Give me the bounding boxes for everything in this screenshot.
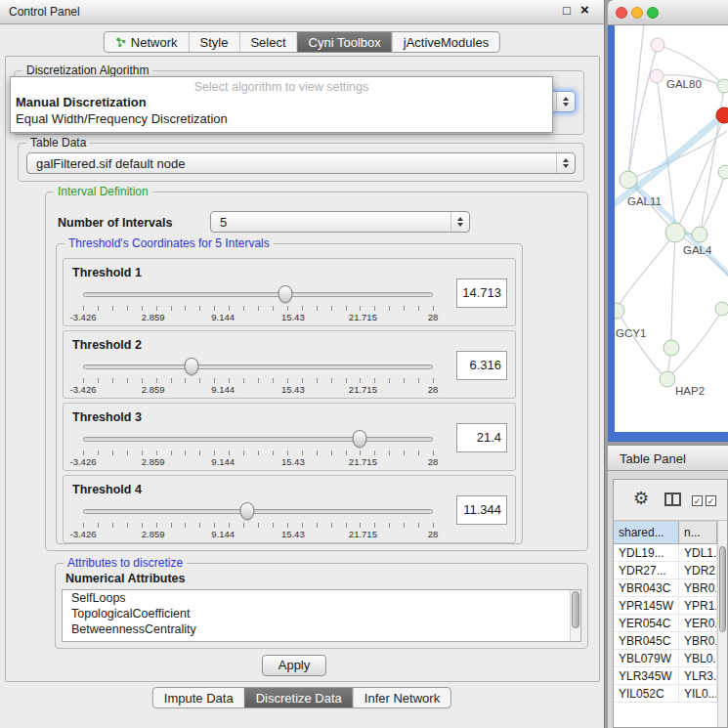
threshold-2-panel: Threshold 2 -3.426 2.859 9.144 15.43 21.… [63,330,516,399]
group-legend: Attributes to discretize [64,556,187,570]
tab-label: Discretize Data [256,691,342,706]
columns-icon[interactable] [664,492,681,506]
scale-label: 21.715 [349,384,377,395]
tab-network[interactable]: Network [105,32,189,52]
scale-label: 28 [428,529,439,539]
scale-label: 2.859 [142,456,165,467]
tab-impute-data[interactable]: Impute Data [153,688,244,707]
threshold-3-value-field[interactable]: 21.4 [456,423,507,452]
slider-track[interactable] [83,437,433,442]
table-row[interactable]: YDR27...YDR2... [614,562,717,579]
table-row[interactable]: YBL079WYBL0... [614,650,717,667]
list-item[interactable]: BetweennessCentrality [63,621,580,637]
slider-scale: -3.426 2.859 9.144 15.43 21.715 28 [83,384,433,395]
slider-thumb[interactable] [352,430,366,448]
cell: YDR2... [679,562,717,578]
network-node-gal11[interactable] [620,171,637,189]
table-row[interactable]: YBR045CYBR0... [614,632,717,650]
cell: YIL052C [614,685,679,702]
threshold-4-slider[interactable] [83,501,433,521]
table-row[interactable]: YBR043CYBR0... [614,579,717,597]
slider-thumb[interactable] [184,358,198,375]
network-node[interactable] [715,302,728,316]
network-node[interactable] [717,79,728,93]
threshold-label: Threshold 2 [72,338,142,352]
apply-button[interactable]: Apply [262,655,326,676]
number-of-intervals-select[interactable]: 5 [210,211,470,233]
network-node-gcy1[interactable] [615,303,624,319]
network-node-gal80[interactable] [650,69,664,83]
threshold-label: Threshold 4 [72,483,142,496]
slider-track[interactable] [83,364,433,369]
network-node[interactable] [692,227,707,242]
table-row[interactable]: YER054CYER0... [614,615,717,632]
network-node-selected[interactable] [716,107,728,123]
dropdown-option-equal-width[interactable]: Equal Width/Frequency Discretization [11,110,552,127]
table-row[interactable]: YLR345WYLR3... [614,667,717,685]
tab-infer-network[interactable]: Infer Network [353,688,450,707]
threshold-2-slider[interactable] [83,357,433,376]
threshold-2-value-field[interactable]: 6.316 [456,351,507,380]
tab-style[interactable]: Style [189,32,239,52]
column-header-name[interactable]: n... [679,521,717,544]
slider-thumb[interactable] [278,285,292,303]
list-scrollbar[interactable] [570,590,580,641]
dropdown-option-manual[interactable]: Manual Discretization [11,94,552,110]
table-scrollbar[interactable] [717,521,727,727]
scrollbar-thumb[interactable] [719,546,726,632]
float-window-icon[interactable]: □ [563,3,571,18]
scrollbar-thumb[interactable] [572,591,579,628]
cell: YPR1... [679,597,717,614]
cell: YBR0... [679,632,717,649]
cell: YER054C [614,615,679,631]
table-row[interactable]: YIL052CYIL0... [614,685,717,703]
close-traffic-light[interactable] [616,7,627,19]
gear-icon[interactable]: ⚙ [633,488,649,509]
tab-cyni-toolbox[interactable]: Cyni Toolbox [297,32,392,52]
slider-scale: -3.426 2.859 9.144 15.43 21.715 28 [83,456,433,467]
select-all-checkbox-icon[interactable]: ✓ [692,495,703,506]
network-node[interactable] [651,38,664,52]
dropdown-hint: Select algorithm to view settings [11,77,552,94]
network-node[interactable] [664,340,679,356]
threshold-3-slider[interactable] [83,429,433,449]
minimize-traffic-light[interactable] [631,7,643,19]
list-item[interactable]: SelfLoops [63,590,580,606]
network-canvas[interactable]: GAL80 GAL11 GAL4 GCY1 HAP2 [615,25,728,432]
slider-scale: -3.426 2.859 9.144 15.43 21.715 28 [83,312,433,322]
threshold-1-slider[interactable] [83,284,433,304]
zoom-traffic-light[interactable] [647,7,659,19]
table-panel-titlebar: Table Panel [608,445,728,471]
tab-jactivemodules[interactable]: jActiveModules [392,32,499,52]
tab-label: Network [131,35,178,50]
table-row[interactable]: YDL19...YDL1... [614,544,717,562]
slider-track[interactable] [83,509,433,514]
list-item[interactable]: TopologicalCoefficient [63,606,580,621]
select-none-checkbox-icon[interactable]: ✓ [706,495,716,506]
tab-select[interactable]: Select [238,32,296,52]
scale-label: 9.144 [211,529,235,539]
tab-label: Style [200,35,229,50]
group-legend: Table Data [26,136,90,150]
tab-discretize-data[interactable]: Discretize Data [244,688,353,707]
scale-label: 2.859 [142,384,165,395]
table-data-select[interactable]: galFiltered.sif default node [26,152,576,174]
combo-value: 5 [220,215,448,230]
cell: YLR345W [614,667,679,684]
group-legend: Threshold's Coordinates for 5 Intervals [64,236,274,250]
close-icon[interactable]: × [580,1,589,18]
slider-track[interactable] [83,292,433,297]
threshold-4-value-field[interactable]: 11.344 [456,495,507,525]
slider-ticks [83,523,434,528]
slider-thumb[interactable] [240,502,255,520]
network-node[interactable] [718,165,728,179]
network-node-hap2[interactable] [660,371,675,387]
threshold-1-value-field[interactable]: 14.713 [456,278,507,308]
combo-stepper-icon [556,153,575,173]
cell: YPR145W [614,597,679,614]
network-node-gal4[interactable] [665,223,685,242]
column-header-shared-name[interactable]: shared... [614,521,679,544]
cell: YBR0... [679,579,717,596]
table-row[interactable]: YPR145WYPR1... [614,597,717,615]
combo-stepper-icon [556,92,575,111]
